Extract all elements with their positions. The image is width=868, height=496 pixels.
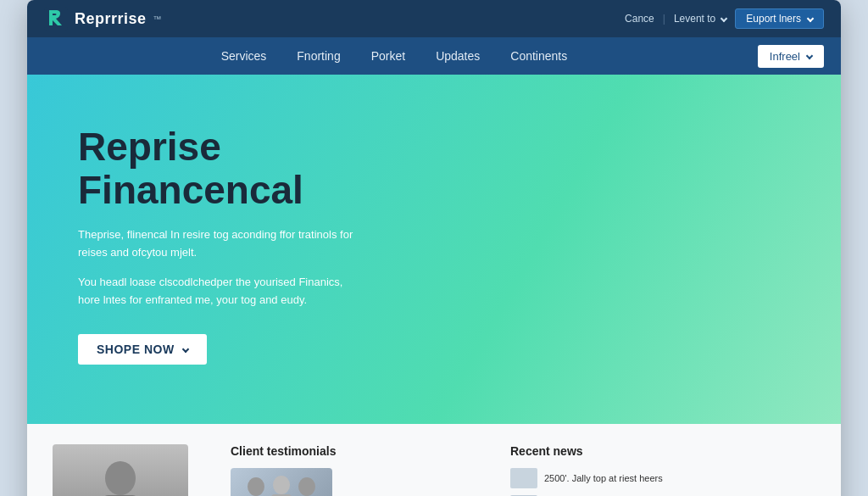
- svg-point-8: [273, 476, 290, 494]
- testimonial-img-inner: [231, 468, 332, 496]
- cancel-link[interactable]: Cance: [625, 13, 654, 25]
- testimonials-title: Client testimonials: [231, 444, 485, 458]
- hero-title: Reprise Financencal: [78, 125, 434, 211]
- nav-item-continents[interactable]: Continents: [495, 37, 582, 75]
- divider: |: [663, 13, 665, 25]
- testimonials-section: Client testimonials Recrupe lnstcts lnoi…: [231, 444, 485, 496]
- infreel-button[interactable]: Infreel: [758, 45, 824, 68]
- news-text-1: 2500'. Jally top at riest heers: [544, 472, 663, 484]
- nav-item-updates[interactable]: Updates: [420, 37, 495, 75]
- recent-news-section: Recent news 2500'. Jally top at riest he…: [510, 444, 815, 496]
- reprise-logo-icon: [44, 7, 68, 31]
- person-image-inner: [53, 444, 188, 496]
- top-bar: Reprrrise™ Cance | Levent to Euport lner…: [27, 0, 841, 37]
- logo-tm: ™: [153, 14, 162, 24]
- person-silhouette-svg: [78, 449, 163, 496]
- svg-point-6: [248, 477, 264, 496]
- nav-item-fnorting[interactable]: Fnorting: [281, 37, 355, 75]
- levent-dropdown[interactable]: Levent to: [674, 13, 726, 25]
- hero-description-2: You headl loase clscodlchedper the youri…: [78, 274, 366, 309]
- recent-news-title: Recent news: [510, 444, 815, 458]
- nav-item-services[interactable]: Services: [206, 37, 282, 75]
- nav-links: Services Fnorting Porket Updates Contine…: [44, 37, 744, 75]
- hero-description-1: Theprise, flinencal In resire tog acondi…: [78, 226, 366, 262]
- logo-area: Reprrrise™: [44, 7, 162, 31]
- svg-point-1: [105, 461, 136, 495]
- bottom-section: Prect Day Prect serflecting and teaching…: [27, 424, 841, 496]
- news-item: 2500'. Jally top at riest heers: [510, 468, 815, 488]
- news-thumb: [510, 468, 537, 488]
- shop-now-button[interactable]: SHOPE NOW: [78, 334, 207, 365]
- chevron-down-icon: [721, 15, 727, 22]
- nav-item-porket[interactable]: Porket: [356, 37, 420, 75]
- logo-text: Reprrrise: [75, 10, 147, 28]
- browser-frame: Reprrrise™ Cance | Levent to Euport lner…: [27, 0, 841, 496]
- chevron-down-icon: [807, 15, 814, 22]
- top-right-controls: Cance | Levent to Euport lners: [625, 8, 824, 29]
- testimonial-image: [231, 468, 332, 496]
- nav-bar: Services Fnorting Porket Updates Contine…: [27, 37, 841, 75]
- svg-point-10: [298, 477, 315, 496]
- chevron-down-icon: [806, 53, 813, 59]
- person-image: [53, 444, 188, 496]
- chevron-right-icon: [181, 346, 188, 353]
- person-card: Prect Day Prect serflecting and teaching…: [53, 444, 205, 496]
- testimonial-people-svg: [231, 468, 332, 496]
- hero-section: Reprise Financencal Theprise, flinencal …: [27, 75, 841, 424]
- export-button[interactable]: Euport lners: [735, 8, 824, 29]
